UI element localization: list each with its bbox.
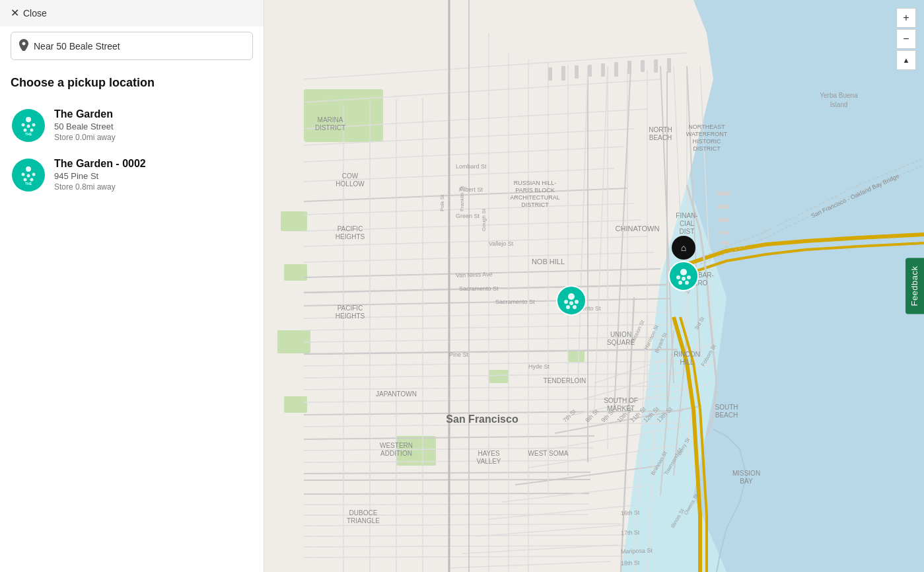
svg-text:PARIS BLOCK: PARIS BLOCK (515, 187, 554, 194)
svg-text:Franklin St: Franklin St (459, 186, 465, 211)
svg-rect-114 (627, 61, 631, 74)
svg-text:WESTERN: WESTERN (380, 442, 413, 449)
close-label: Close (23, 8, 47, 18)
zoom-in-button[interactable]: + (896, 8, 916, 28)
svg-point-2 (22, 123, 25, 126)
svg-rect-115 (641, 60, 645, 72)
svg-text:HILL: HILL (680, 359, 694, 366)
svg-text:MISSION: MISSION (732, 470, 760, 477)
map-svg: MARINA DISTRICT COW HOLLOW PACIFIC HEIGH… (264, 0, 924, 572)
location-pin-icon (19, 39, 28, 53)
svg-point-10 (22, 172, 25, 176)
svg-text:MARINA: MARINA (318, 116, 343, 124)
svg-rect-112 (601, 63, 605, 77)
svg-text:BEACH: BEACH (649, 134, 672, 141)
svg-text:PACIFIC: PACIFIC (338, 304, 363, 312)
svg-rect-24 (568, 350, 585, 362)
svg-rect-18 (281, 211, 307, 231)
store-info-1: The Garden 50 Beale Street Store 0.0mi a… (54, 108, 116, 142)
store-distance-2: Store 0.8mi away (54, 182, 146, 192)
svg-text:DISTRICT: DISTRICT (521, 201, 549, 208)
svg-rect-103 (717, 192, 730, 196)
svg-text:SOUTH OF: SOUTH OF (604, 397, 638, 404)
svg-text:CHINATOWN: CHINATOWN (616, 225, 660, 232)
svg-point-214 (575, 300, 579, 304)
svg-text:Mariposa St: Mariposa St (621, 547, 653, 555)
zoom-out-button[interactable]: − (896, 29, 916, 49)
svg-text:ADDITION: ADDITION (380, 450, 412, 457)
svg-text:Island: Island (830, 101, 848, 108)
svg-rect-113 (614, 62, 618, 77)
svg-point-6 (30, 128, 34, 131)
svg-text:Lombard St: Lombard St (456, 163, 487, 170)
close-icon: ✕ (11, 8, 19, 18)
svg-text:BEACH: BEACH (715, 411, 738, 419)
store-address-1: 50 Beale Street (54, 122, 116, 131)
svg-text:FINAN-: FINAN- (676, 212, 697, 219)
svg-rect-21 (284, 396, 307, 413)
svg-text:WATERFRONT: WATERFRONT (686, 131, 728, 137)
svg-rect-117 (667, 58, 671, 73)
location-input-box[interactable]: Near 50 Beale Street (11, 32, 253, 60)
svg-rect-110 (575, 65, 579, 79)
svg-point-12 (32, 172, 36, 176)
close-button[interactable]: ✕ Close (0, 0, 264, 26)
svg-text:NORTHEAST: NORTHEAST (688, 124, 725, 130)
svg-text:HEIGHTS: HEIGHTS (336, 312, 365, 320)
svg-text:DISTRICT: DISTRICT (693, 145, 721, 152)
svg-text:Polk St: Polk St (439, 194, 445, 211)
svg-text:San Francisco: San Francisco (446, 413, 518, 425)
svg-text:NOB HILL: NOB HILL (532, 258, 565, 266)
svg-line-55 (304, 504, 588, 505)
svg-text:Sacramento St: Sacramento St (495, 299, 535, 305)
map-controls: + − ▲ (896, 8, 916, 70)
svg-text:17th St: 17th St (621, 529, 640, 536)
svg-text:WEST SOMA: WEST SOMA (528, 450, 569, 457)
svg-point-208 (678, 281, 682, 285)
feedback-button[interactable]: Feedback (906, 258, 924, 314)
svg-text:BAY: BAY (740, 478, 753, 485)
svg-text:NORTH: NORTH (649, 126, 672, 133)
map-area[interactable]: MARINA DISTRICT COW HOLLOW PACIFIC HEIGH… (264, 0, 924, 572)
svg-text:HOLLOW: HOLLOW (336, 180, 365, 188)
svg-text:RINCON: RINCON (674, 351, 699, 358)
svg-text:JAPANTOWN: JAPANTOWN (376, 390, 417, 398)
svg-text:PACIFIC: PACIFIC (338, 225, 363, 232)
svg-rect-107 (721, 241, 729, 244)
svg-text:Sacramento St: Sacramento St (459, 285, 499, 292)
svg-text:Hyde St: Hyde St (528, 363, 550, 370)
store-logo-1: THE (12, 109, 45, 142)
svg-line-56 (304, 515, 588, 515)
choose-title: Choose a pickup location (0, 71, 264, 100)
location-input-text: Near 50 Beale Street (34, 41, 244, 52)
svg-rect-105 (719, 218, 729, 222)
svg-rect-19 (284, 264, 307, 281)
svg-point-216 (573, 305, 577, 309)
svg-text:18th St: 18th St (621, 559, 640, 567)
svg-point-206 (682, 277, 686, 281)
svg-text:VALLEY: VALLEY (476, 458, 501, 465)
svg-text:⌂: ⌂ (681, 242, 686, 253)
store-distance-1: Store 0.0mi away (54, 133, 116, 142)
svg-point-212 (564, 300, 568, 304)
store-logo-2: THE (12, 159, 45, 192)
svg-text:16th St: 16th St (621, 509, 640, 517)
store-name-1: The Garden (54, 108, 116, 120)
svg-text:SOUTH: SOUTH (715, 404, 738, 411)
store-item-2[interactable]: THE The Garden - 0002 945 Pine St Store … (5, 150, 258, 199)
store-item-1[interactable]: THE The Garden 50 Beale Street Store 0.0… (5, 100, 258, 150)
svg-line-54 (304, 493, 589, 494)
svg-point-14 (30, 178, 34, 181)
store-address-2: 945 Pine St (54, 171, 146, 181)
svg-text:DUBOCE: DUBOCE (349, 509, 378, 517)
svg-text:COW: COW (342, 172, 359, 180)
north-button[interactable]: ▲ (896, 50, 916, 70)
left-panel: ✕ Close Near 50 Beale Street Choose a pi… (0, 0, 264, 572)
feedback-wrapper: Feedback (906, 258, 924, 314)
svg-rect-111 (588, 65, 592, 77)
svg-point-209 (685, 281, 689, 285)
svg-text:Vallejo St: Vallejo St (489, 240, 514, 247)
svg-rect-23 (489, 370, 509, 383)
svg-point-11 (27, 174, 30, 177)
svg-point-211 (568, 293, 575, 300)
